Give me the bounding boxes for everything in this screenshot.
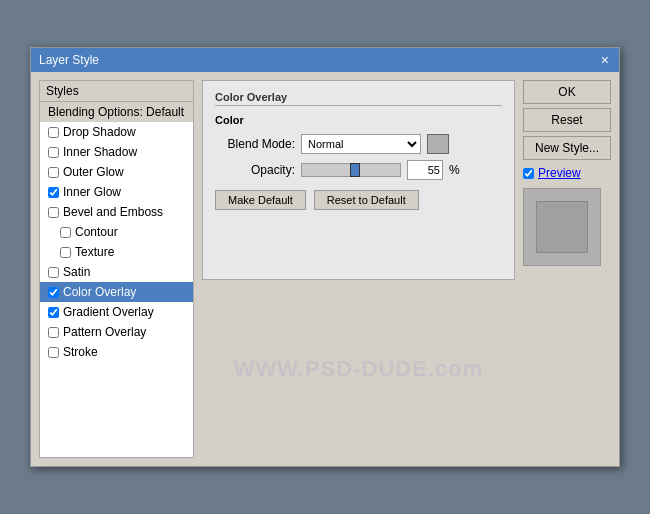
opacity-slider[interactable]	[301, 163, 401, 177]
gradient-overlay-checkbox[interactable]	[48, 307, 59, 318]
texture-checkbox[interactable]	[60, 247, 71, 258]
inner-shadow-label: Inner Shadow	[63, 145, 137, 159]
sidebar-item-pattern-overlay[interactable]: Pattern Overlay	[40, 322, 193, 342]
sidebar-item-inner-glow[interactable]: Inner Glow	[40, 182, 193, 202]
contour-label: Contour	[75, 225, 118, 239]
opacity-label: Opacity:	[215, 163, 295, 177]
watermark-text: WWW.PSD-DUDE.com	[234, 356, 483, 382]
left-panel: Styles Blending Options: Default Drop Sh…	[39, 80, 194, 458]
stroke-label: Stroke	[63, 345, 98, 359]
new-style-button[interactable]: New Style...	[523, 136, 611, 160]
sidebar-item-gradient-overlay[interactable]: Gradient Overlay	[40, 302, 193, 322]
outer-glow-label: Outer Glow	[63, 165, 124, 179]
pattern-overlay-label: Pattern Overlay	[63, 325, 146, 339]
bevel-emboss-label: Bevel and Emboss	[63, 205, 163, 219]
dialog-body: Styles Blending Options: Default Drop Sh…	[31, 72, 619, 466]
sidebar-item-bevel-emboss[interactable]: Bevel and Emboss	[40, 202, 193, 222]
ok-button[interactable]: OK	[523, 80, 611, 104]
contour-checkbox[interactable]	[60, 227, 71, 238]
outer-glow-checkbox[interactable]	[48, 167, 59, 178]
sidebar-item-inner-shadow[interactable]: Inner Shadow	[40, 142, 193, 162]
styles-header: Styles	[40, 81, 193, 102]
bevel-emboss-checkbox[interactable]	[48, 207, 59, 218]
action-buttons-row: Make Default Reset to Default	[215, 190, 502, 210]
reset-button[interactable]: Reset	[523, 108, 611, 132]
sidebar-item-satin[interactable]: Satin	[40, 262, 193, 282]
color-overlay-checkbox[interactable]	[48, 287, 59, 298]
blend-mode-select[interactable]: Normal Dissolve Multiply Screen Overlay	[301, 134, 421, 154]
satin-label: Satin	[63, 265, 90, 279]
preview-box	[523, 188, 601, 266]
make-default-button[interactable]: Make Default	[215, 190, 306, 210]
inner-glow-label: Inner Glow	[63, 185, 121, 199]
right-panel: OK Reset New Style... Preview	[523, 80, 611, 458]
blend-mode-row: Blend Mode: Normal Dissolve Multiply Scr…	[215, 134, 502, 154]
title-bar: Layer Style ×	[31, 48, 619, 72]
sidebar-item-contour[interactable]: Contour	[40, 222, 193, 242]
preview-row: Preview	[523, 166, 611, 180]
main-content: Color Overlay Color Blend Mode: Normal D…	[202, 80, 515, 458]
content-wrapper: Color Overlay Color Blend Mode: Normal D…	[202, 80, 515, 458]
preview-inner-box	[536, 201, 588, 253]
sidebar-item-texture[interactable]: Texture	[40, 242, 193, 262]
color-overlay-label: Color Overlay	[63, 285, 136, 299]
satin-checkbox[interactable]	[48, 267, 59, 278]
sidebar-item-stroke[interactable]: Stroke	[40, 342, 193, 362]
reset-to-default-button[interactable]: Reset to Default	[314, 190, 419, 210]
sidebar-item-drop-shadow[interactable]: Drop Shadow	[40, 122, 193, 142]
gradient-overlay-label: Gradient Overlay	[63, 305, 154, 319]
opacity-row: Opacity: %	[215, 160, 502, 180]
percent-symbol: %	[449, 163, 460, 177]
inner-shadow-checkbox[interactable]	[48, 147, 59, 158]
sidebar-item-blending-options[interactable]: Blending Options: Default	[40, 102, 193, 122]
drop-shadow-checkbox[interactable]	[48, 127, 59, 138]
blending-options-label: Blending Options: Default	[48, 105, 184, 119]
sidebar-item-color-overlay[interactable]: Color Overlay	[40, 282, 193, 302]
blend-mode-label: Blend Mode:	[215, 137, 295, 151]
close-button[interactable]: ×	[599, 53, 611, 67]
sidebar-item-outer-glow[interactable]: Outer Glow	[40, 162, 193, 182]
inner-glow-checkbox[interactable]	[48, 187, 59, 198]
stroke-checkbox[interactable]	[48, 347, 59, 358]
opacity-input[interactable]	[407, 160, 443, 180]
watermark-area: WWW.PSD-DUDE.com	[202, 280, 515, 458]
drop-shadow-label: Drop Shadow	[63, 125, 136, 139]
color-swatch[interactable]	[427, 134, 449, 154]
section-title: Color Overlay	[215, 91, 502, 106]
pattern-overlay-checkbox[interactable]	[48, 327, 59, 338]
texture-label: Texture	[75, 245, 114, 259]
layer-style-dialog: Layer Style × Styles Blending Options: D…	[30, 47, 620, 467]
preview-label[interactable]: Preview	[538, 166, 581, 180]
preview-checkbox[interactable]	[523, 168, 534, 179]
dialog-title: Layer Style	[39, 53, 99, 67]
section-subtitle: Color	[215, 114, 502, 126]
content-area: Color Overlay Color Blend Mode: Normal D…	[202, 80, 515, 280]
